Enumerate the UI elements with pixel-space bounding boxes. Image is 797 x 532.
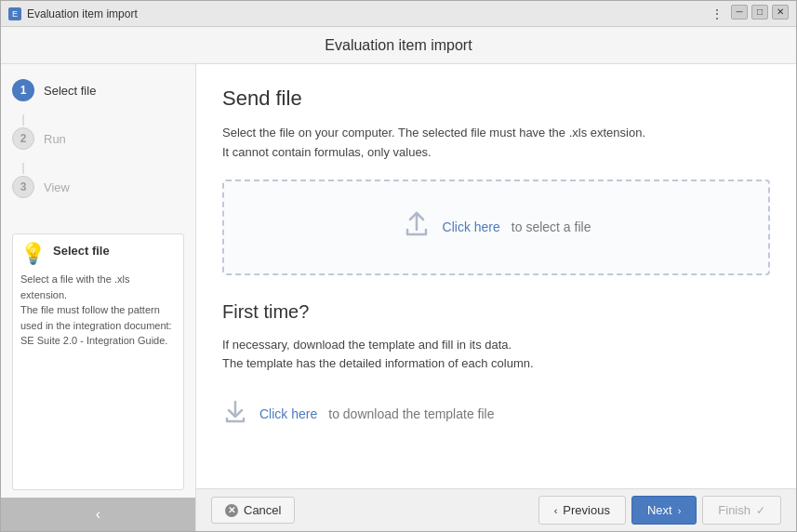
download-template-link[interactable]: Click here xyxy=(259,406,317,421)
sidebar: 1 Select file 2 Run 3 View 💡 Select fi xyxy=(1,64,196,531)
select-file-link[interactable]: Click here xyxy=(443,219,500,234)
send-file-description: Select the file on your computer. The se… xyxy=(222,124,770,163)
upload-icon xyxy=(402,209,432,246)
help-text: Select a file with the .xls extension.Th… xyxy=(20,272,174,349)
step-item-1[interactable]: 1 Select file xyxy=(12,79,184,101)
app-icon: E xyxy=(8,7,21,20)
next-button[interactable]: Next › xyxy=(631,496,697,525)
step-item-3[interactable]: 3 View xyxy=(12,176,184,198)
step-label-1: Select file xyxy=(44,84,96,98)
step-connector-1 xyxy=(22,114,24,126)
step-circle-1: 1 xyxy=(12,79,34,101)
step-circle-2: 2 xyxy=(12,127,34,150)
select-file-text: to select a file xyxy=(511,219,591,234)
chevron-right-icon: › xyxy=(678,505,682,516)
send-file-title: Send file xyxy=(222,86,770,111)
first-time-description: If necessary, download the template and … xyxy=(222,336,770,375)
finish-button[interactable]: Finish ✓ xyxy=(702,496,781,525)
collapse-icon: ‹ xyxy=(96,506,100,523)
step-circle-3: 3 xyxy=(12,176,34,198)
title-bar-controls: ⋮ ─ □ ✕ xyxy=(707,5,789,23)
help-box-header: 💡 Select file xyxy=(20,244,174,264)
finish-label: Finish xyxy=(718,503,751,517)
sidebar-collapse-button[interactable]: ‹ xyxy=(1,498,195,531)
download-template-text: to download the template file xyxy=(328,406,494,421)
footer: ✕ Cancel ‹ Previous Next › Finish xyxy=(196,488,796,531)
previous-button[interactable]: ‹ Previous xyxy=(538,496,626,525)
title-bar: E Evaluation item import ⋮ ─ □ ✕ xyxy=(1,1,796,27)
next-label: Next xyxy=(647,503,672,517)
main-content: Send file Select the file on your comput… xyxy=(196,64,796,531)
help-box: 💡 Select file Select a file with the .xl… xyxy=(12,233,184,490)
download-zone[interactable]: Click here to download the template file xyxy=(222,391,770,437)
download-icon xyxy=(222,398,248,430)
cancel-label: Cancel xyxy=(244,503,281,517)
cancel-icon: ✕ xyxy=(225,504,238,517)
footer-right: ‹ Previous Next › Finish ✓ xyxy=(538,496,781,525)
file-drop-zone[interactable]: Click here to select a file xyxy=(222,180,770,275)
step-item-2[interactable]: 2 Run xyxy=(12,127,184,150)
step-connector-2 xyxy=(22,163,24,174)
content-area: Send file Select the file on your comput… xyxy=(196,64,796,488)
steps-list: 1 Select file 2 Run 3 View xyxy=(1,64,195,226)
chevron-left-icon: ‹ xyxy=(554,505,558,516)
dialog-body: 1 Select file 2 Run 3 View 💡 Select fi xyxy=(1,64,796,531)
help-title: Select file xyxy=(53,244,110,258)
minimize-button[interactable]: ─ xyxy=(731,5,748,20)
title-bar-left: E Evaluation item import xyxy=(8,7,138,20)
dialog-title: Evaluation item import xyxy=(1,27,796,64)
checkmark-icon: ✓ xyxy=(756,504,765,517)
cancel-button[interactable]: ✕ Cancel xyxy=(211,497,295,524)
window-frame: E Evaluation item import ⋮ ─ □ ✕ Evaluat… xyxy=(0,0,797,532)
menu-icon[interactable]: ⋮ xyxy=(707,5,727,23)
step-label-2: Run xyxy=(44,132,66,146)
previous-label: Previous xyxy=(563,503,610,517)
title-bar-label: Evaluation item import xyxy=(27,7,138,20)
restore-button[interactable]: □ xyxy=(751,5,768,20)
footer-left: ✕ Cancel xyxy=(211,497,295,524)
lightbulb-icon: 💡 xyxy=(20,244,46,264)
close-button[interactable]: ✕ xyxy=(772,5,789,20)
first-time-title: First time? xyxy=(222,301,770,323)
step-label-3: View xyxy=(44,180,70,194)
dialog-title-text: Evaluation item import xyxy=(325,37,472,54)
